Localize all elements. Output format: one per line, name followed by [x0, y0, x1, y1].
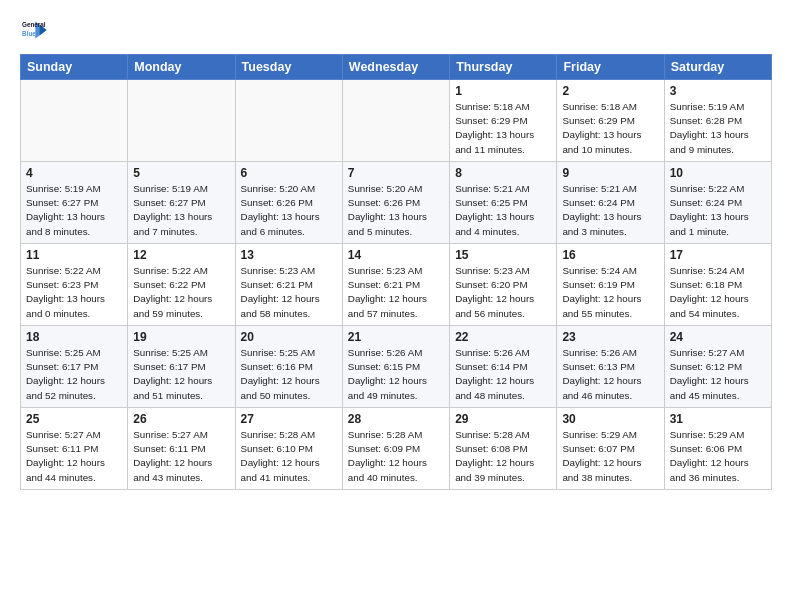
day-number: 9 — [562, 166, 658, 180]
calendar-day-19: 19Sunrise: 5:25 AM Sunset: 6:17 PM Dayli… — [128, 326, 235, 408]
day-info: Sunrise: 5:24 AM Sunset: 6:18 PM Dayligh… — [670, 264, 766, 321]
weekday-header-tuesday: Tuesday — [235, 55, 342, 80]
calendar-day-29: 29Sunrise: 5:28 AM Sunset: 6:08 PM Dayli… — [450, 408, 557, 490]
calendar-day-25: 25Sunrise: 5:27 AM Sunset: 6:11 PM Dayli… — [21, 408, 128, 490]
weekday-header-sunday: Sunday — [21, 55, 128, 80]
day-number: 29 — [455, 412, 551, 426]
calendar-day-23: 23Sunrise: 5:26 AM Sunset: 6:13 PM Dayli… — [557, 326, 664, 408]
day-info: Sunrise: 5:21 AM Sunset: 6:25 PM Dayligh… — [455, 182, 551, 239]
calendar-day-9: 9Sunrise: 5:21 AM Sunset: 6:24 PM Daylig… — [557, 162, 664, 244]
day-info: Sunrise: 5:22 AM Sunset: 6:23 PM Dayligh… — [26, 264, 122, 321]
calendar-day-11: 11Sunrise: 5:22 AM Sunset: 6:23 PM Dayli… — [21, 244, 128, 326]
day-info: Sunrise: 5:29 AM Sunset: 6:07 PM Dayligh… — [562, 428, 658, 485]
day-number: 10 — [670, 166, 766, 180]
day-info: Sunrise: 5:25 AM Sunset: 6:17 PM Dayligh… — [26, 346, 122, 403]
calendar-day-4: 4Sunrise: 5:19 AM Sunset: 6:27 PM Daylig… — [21, 162, 128, 244]
day-number: 5 — [133, 166, 229, 180]
page: General Blue SundayMondayTuesdayWednesda… — [0, 0, 792, 612]
day-number: 11 — [26, 248, 122, 262]
calendar-week-row: 4Sunrise: 5:19 AM Sunset: 6:27 PM Daylig… — [21, 162, 772, 244]
calendar-day-7: 7Sunrise: 5:20 AM Sunset: 6:26 PM Daylig… — [342, 162, 449, 244]
calendar-week-row: 11Sunrise: 5:22 AM Sunset: 6:23 PM Dayli… — [21, 244, 772, 326]
day-number: 23 — [562, 330, 658, 344]
calendar-day-2: 2Sunrise: 5:18 AM Sunset: 6:29 PM Daylig… — [557, 80, 664, 162]
day-info: Sunrise: 5:21 AM Sunset: 6:24 PM Dayligh… — [562, 182, 658, 239]
day-number: 2 — [562, 84, 658, 98]
calendar-day-6: 6Sunrise: 5:20 AM Sunset: 6:26 PM Daylig… — [235, 162, 342, 244]
weekday-header-monday: Monday — [128, 55, 235, 80]
header: General Blue — [20, 16, 772, 44]
calendar-day-17: 17Sunrise: 5:24 AM Sunset: 6:18 PM Dayli… — [664, 244, 771, 326]
day-info: Sunrise: 5:23 AM Sunset: 6:21 PM Dayligh… — [348, 264, 444, 321]
calendar-day-14: 14Sunrise: 5:23 AM Sunset: 6:21 PM Dayli… — [342, 244, 449, 326]
day-number: 8 — [455, 166, 551, 180]
calendar-day-5: 5Sunrise: 5:19 AM Sunset: 6:27 PM Daylig… — [128, 162, 235, 244]
calendar-empty-cell — [21, 80, 128, 162]
calendar-week-row: 25Sunrise: 5:27 AM Sunset: 6:11 PM Dayli… — [21, 408, 772, 490]
day-info: Sunrise: 5:28 AM Sunset: 6:10 PM Dayligh… — [241, 428, 337, 485]
calendar-day-24: 24Sunrise: 5:27 AM Sunset: 6:12 PM Dayli… — [664, 326, 771, 408]
calendar-day-13: 13Sunrise: 5:23 AM Sunset: 6:21 PM Dayli… — [235, 244, 342, 326]
day-number: 27 — [241, 412, 337, 426]
day-info: Sunrise: 5:19 AM Sunset: 6:28 PM Dayligh… — [670, 100, 766, 157]
weekday-header-row: SundayMondayTuesdayWednesdayThursdayFrid… — [21, 55, 772, 80]
day-info: Sunrise: 5:26 AM Sunset: 6:15 PM Dayligh… — [348, 346, 444, 403]
day-number: 25 — [26, 412, 122, 426]
calendar-week-row: 1Sunrise: 5:18 AM Sunset: 6:29 PM Daylig… — [21, 80, 772, 162]
calendar-day-21: 21Sunrise: 5:26 AM Sunset: 6:15 PM Dayli… — [342, 326, 449, 408]
day-number: 21 — [348, 330, 444, 344]
calendar-day-20: 20Sunrise: 5:25 AM Sunset: 6:16 PM Dayli… — [235, 326, 342, 408]
day-info: Sunrise: 5:27 AM Sunset: 6:11 PM Dayligh… — [133, 428, 229, 485]
calendar-day-18: 18Sunrise: 5:25 AM Sunset: 6:17 PM Dayli… — [21, 326, 128, 408]
day-info: Sunrise: 5:18 AM Sunset: 6:29 PM Dayligh… — [562, 100, 658, 157]
calendar-day-1: 1Sunrise: 5:18 AM Sunset: 6:29 PM Daylig… — [450, 80, 557, 162]
day-info: Sunrise: 5:19 AM Sunset: 6:27 PM Dayligh… — [133, 182, 229, 239]
day-info: Sunrise: 5:19 AM Sunset: 6:27 PM Dayligh… — [26, 182, 122, 239]
day-info: Sunrise: 5:24 AM Sunset: 6:19 PM Dayligh… — [562, 264, 658, 321]
calendar-week-row: 18Sunrise: 5:25 AM Sunset: 6:17 PM Dayli… — [21, 326, 772, 408]
calendar-day-28: 28Sunrise: 5:28 AM Sunset: 6:09 PM Dayli… — [342, 408, 449, 490]
day-number: 1 — [455, 84, 551, 98]
calendar-day-3: 3Sunrise: 5:19 AM Sunset: 6:28 PM Daylig… — [664, 80, 771, 162]
calendar-empty-cell — [235, 80, 342, 162]
day-number: 19 — [133, 330, 229, 344]
calendar-day-8: 8Sunrise: 5:21 AM Sunset: 6:25 PM Daylig… — [450, 162, 557, 244]
logo: General Blue — [20, 16, 48, 44]
day-number: 13 — [241, 248, 337, 262]
day-number: 28 — [348, 412, 444, 426]
day-number: 20 — [241, 330, 337, 344]
day-info: Sunrise: 5:18 AM Sunset: 6:29 PM Dayligh… — [455, 100, 551, 157]
day-number: 7 — [348, 166, 444, 180]
calendar-day-27: 27Sunrise: 5:28 AM Sunset: 6:10 PM Dayli… — [235, 408, 342, 490]
svg-text:Blue: Blue — [22, 30, 36, 37]
day-info: Sunrise: 5:23 AM Sunset: 6:21 PM Dayligh… — [241, 264, 337, 321]
day-number: 17 — [670, 248, 766, 262]
day-info: Sunrise: 5:27 AM Sunset: 6:11 PM Dayligh… — [26, 428, 122, 485]
weekday-header-thursday: Thursday — [450, 55, 557, 80]
day-info: Sunrise: 5:22 AM Sunset: 6:24 PM Dayligh… — [670, 182, 766, 239]
weekday-header-saturday: Saturday — [664, 55, 771, 80]
day-number: 6 — [241, 166, 337, 180]
day-info: Sunrise: 5:26 AM Sunset: 6:13 PM Dayligh… — [562, 346, 658, 403]
day-number: 24 — [670, 330, 766, 344]
day-info: Sunrise: 5:20 AM Sunset: 6:26 PM Dayligh… — [348, 182, 444, 239]
weekday-header-wednesday: Wednesday — [342, 55, 449, 80]
day-number: 31 — [670, 412, 766, 426]
day-number: 16 — [562, 248, 658, 262]
day-info: Sunrise: 5:29 AM Sunset: 6:06 PM Dayligh… — [670, 428, 766, 485]
day-number: 22 — [455, 330, 551, 344]
calendar-table: SundayMondayTuesdayWednesdayThursdayFrid… — [20, 54, 772, 490]
calendar-day-12: 12Sunrise: 5:22 AM Sunset: 6:22 PM Dayli… — [128, 244, 235, 326]
calendar-day-26: 26Sunrise: 5:27 AM Sunset: 6:11 PM Dayli… — [128, 408, 235, 490]
day-number: 4 — [26, 166, 122, 180]
day-info: Sunrise: 5:20 AM Sunset: 6:26 PM Dayligh… — [241, 182, 337, 239]
calendar-empty-cell — [342, 80, 449, 162]
day-number: 18 — [26, 330, 122, 344]
day-number: 26 — [133, 412, 229, 426]
day-number: 30 — [562, 412, 658, 426]
calendar-day-15: 15Sunrise: 5:23 AM Sunset: 6:20 PM Dayli… — [450, 244, 557, 326]
day-number: 3 — [670, 84, 766, 98]
svg-text:General: General — [22, 21, 46, 28]
logo-icon: General Blue — [20, 16, 48, 44]
day-info: Sunrise: 5:25 AM Sunset: 6:16 PM Dayligh… — [241, 346, 337, 403]
